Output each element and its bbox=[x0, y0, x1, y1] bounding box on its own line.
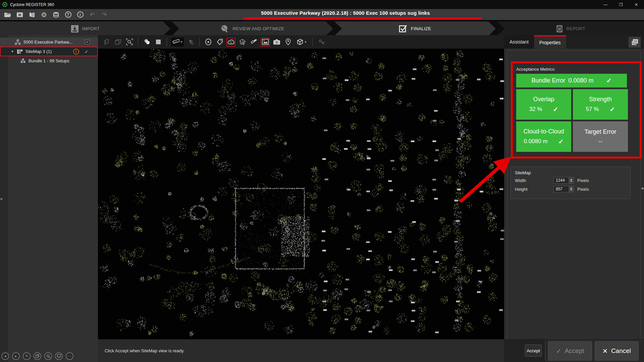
width-input[interactable]: 1244 bbox=[553, 177, 569, 184]
zoom-area-icon[interactable] bbox=[125, 38, 134, 47]
sitemap-check-icon[interactable]: ✓ bbox=[85, 49, 89, 54]
bundle-error-check-icon: ✓ bbox=[606, 77, 612, 84]
cancel-button-label: Cancel bbox=[611, 347, 631, 355]
point-cloud-icon[interactable] bbox=[226, 38, 235, 47]
previous-icon[interactable]: ◂ bbox=[1, 352, 9, 360]
tag-label-icon[interactable] bbox=[215, 38, 224, 47]
mask-region-icon[interactable] bbox=[154, 38, 163, 47]
edit-pencil-icon[interactable]: ✎ bbox=[23, 352, 31, 360]
report-icon bbox=[556, 25, 563, 33]
more-options-icon[interactable]: ⋯ bbox=[66, 352, 73, 360]
project-title-red-underline bbox=[243, 17, 481, 19]
tab-report[interactable]: REPORT bbox=[497, 21, 644, 36]
bundle-error-value: 0.0080 m bbox=[568, 77, 593, 84]
right-panel-tabs: Assistant Properties bbox=[504, 35, 644, 49]
project-checkbox[interactable]: ✓ bbox=[85, 40, 90, 45]
limit-box-icon[interactable] bbox=[102, 38, 111, 47]
tab-finalize[interactable]: FINALIZE bbox=[334, 21, 496, 36]
project-node-icon bbox=[15, 39, 21, 45]
adjust-links-icon[interactable] bbox=[317, 38, 326, 47]
view-cube-icon[interactable]: ▼ bbox=[295, 38, 308, 47]
height-stepper[interactable] bbox=[569, 186, 574, 192]
metric-cloud-to-cloud: Cloud-to-Cloud 0.0080 m✓ bbox=[516, 121, 571, 152]
tree-item-project[interactable]: 5000 Executive Parkwa... ✓ bbox=[0, 38, 98, 47]
next-icon[interactable]: ▸ bbox=[12, 352, 20, 360]
app-window: Cyclone REGISTER 360 — ❐ ✕ ⚙ ? i ↶ bbox=[0, 0, 644, 362]
acceptance-metrics-annotation-box: Acceptance Metrics: Bundle Error 0.0080 … bbox=[511, 61, 642, 159]
cancel-button[interactable]: ✕ Cancel bbox=[595, 341, 639, 361]
sitemap-warning-icon: ! bbox=[73, 49, 79, 55]
view-cube-dropdown-caret[interactable]: ▼ bbox=[304, 41, 307, 44]
sitemap-image-icon[interactable] bbox=[261, 38, 270, 47]
blend-views-icon[interactable] bbox=[142, 38, 151, 47]
maximize-button[interactable]: ❐ bbox=[613, 0, 629, 9]
about-info-icon[interactable]: i bbox=[76, 11, 84, 18]
tab-import[interactable]: IMPORT bbox=[0, 21, 170, 36]
popout-panel-icon[interactable] bbox=[629, 37, 641, 48]
right-panel-collapse-icon[interactable]: ◂ bbox=[641, 185, 643, 191]
expander-icon[interactable]: ▾ bbox=[10, 49, 15, 54]
sitemap-heading: SiteMap bbox=[515, 170, 630, 175]
tab-report-label: REPORT bbox=[567, 26, 585, 31]
geo-location-icon[interactable] bbox=[283, 38, 292, 47]
zoom-search-icon[interactable] bbox=[44, 352, 52, 360]
width-label: Width bbox=[515, 178, 553, 183]
width-stepper[interactable] bbox=[569, 177, 574, 184]
right-panel: Assistant Properties Acceptance Metrics:… bbox=[504, 35, 644, 362]
cancel-x-icon: ✕ bbox=[602, 347, 608, 355]
tree-item-bundle[interactable]: Bundle 1 - 99 Setups bbox=[0, 56, 98, 65]
bundle-error-label: Bundle Error bbox=[532, 77, 566, 84]
tab-properties[interactable]: Properties bbox=[534, 35, 566, 49]
tree-item-sitemap[interactable]: ▾ SiteMap 3 (1) ! ✓ bbox=[0, 47, 98, 56]
accept-check-icon: ✓ bbox=[556, 347, 561, 355]
screen-fit-icon[interactable] bbox=[55, 352, 63, 360]
tree-item-sitemap-label: SiteMap 3 (1) bbox=[25, 49, 52, 54]
settings-gear-icon[interactable]: ⚙ bbox=[40, 11, 48, 18]
width-unit: Pixels bbox=[577, 178, 589, 183]
app-title: Cyclone REGISTER 360 bbox=[10, 2, 54, 7]
help-icon[interactable]: ? bbox=[64, 11, 72, 18]
snapshot-camera-icon[interactable] bbox=[272, 38, 281, 47]
sitemap-properties-box: SiteMap Width 1244 Pixels Height 857 Pix… bbox=[511, 167, 631, 199]
link-wireframe-icon[interactable] bbox=[238, 38, 247, 47]
measure-dropdown-caret[interactable]: ▼ bbox=[180, 41, 183, 44]
accept-small-button[interactable]: Accept bbox=[525, 345, 542, 357]
storage-database-icon[interactable] bbox=[52, 11, 60, 18]
measure-ruler-icon[interactable]: ▼ bbox=[171, 38, 184, 47]
finalize-icon bbox=[399, 24, 408, 33]
overlap-value: 32 % bbox=[529, 106, 542, 113]
reports-icon[interactable] bbox=[28, 11, 36, 18]
project-title: 5000 Executive Parkway (2020.2.18) : 500… bbox=[215, 10, 476, 16]
link-icon[interactable] bbox=[249, 38, 258, 47]
undo-icon[interactable]: ↶ bbox=[89, 11, 96, 18]
metric-target-error: Target Error -- bbox=[573, 121, 628, 152]
sidebar-collapse-icon[interactable]: ▸ bbox=[1, 196, 3, 201]
target-error-label: Target Error bbox=[584, 128, 616, 135]
acceptance-metrics-heading: Acceptance Metrics: bbox=[516, 67, 637, 72]
probe-point-icon[interactable] bbox=[186, 38, 195, 47]
copy-view-icon[interactable] bbox=[34, 352, 41, 360]
open-project-icon[interactable] bbox=[4, 11, 11, 18]
workflow-tabbar: IMPORT REVIEW AND OPTIMIZE FINALIZE REPO… bbox=[0, 20, 644, 35]
tree-item-project-label: 5000 Executive Parkwa... bbox=[23, 40, 73, 45]
tab-assistant[interactable]: Assistant bbox=[504, 35, 534, 49]
redo-icon[interactable]: ↷ bbox=[101, 11, 108, 18]
review-optimize-icon bbox=[220, 24, 229, 33]
height-label: Height bbox=[515, 187, 553, 192]
clone-view-icon[interactable] bbox=[113, 38, 122, 47]
target-error-value: -- bbox=[598, 138, 602, 145]
tab-review-and-optimize[interactable]: REVIEW AND OPTIMIZE bbox=[172, 21, 333, 36]
setup-marker-icon[interactable] bbox=[204, 38, 213, 47]
close-project-icon[interactable] bbox=[16, 11, 23, 18]
accept-button-label: Accept bbox=[565, 347, 584, 355]
height-input[interactable]: 857 bbox=[553, 186, 569, 192]
viewer-status-bar: Click Accept when SiteMap view is ready bbox=[98, 339, 504, 362]
cloud-to-cloud-label: Cloud-to-Cloud bbox=[523, 128, 564, 135]
metric-strength: Strength 57 %✓ bbox=[573, 89, 628, 120]
tab-review-label: REVIEW AND OPTIMIZE bbox=[232, 26, 284, 31]
point-cloud-canvas[interactable] bbox=[98, 49, 504, 339]
tree-item-bundle-label: Bundle 1 - 99 Setups bbox=[29, 58, 69, 63]
accept-button[interactable]: ✓ Accept bbox=[548, 341, 592, 361]
minimize-button[interactable]: — bbox=[598, 0, 613, 9]
close-button[interactable]: ✕ bbox=[629, 0, 644, 9]
